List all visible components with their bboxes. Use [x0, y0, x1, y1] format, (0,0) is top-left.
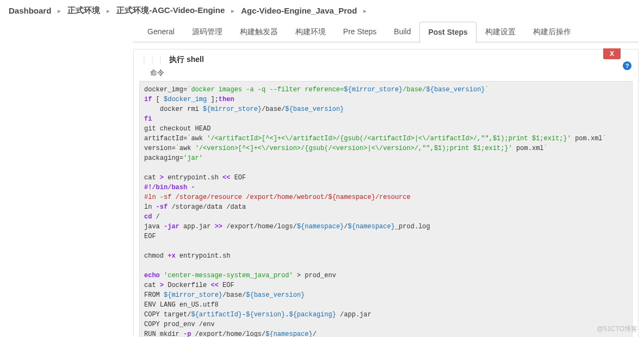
- shell-command-textarea[interactable]: docker_img=`docker images -a -q --filter…: [139, 81, 633, 337]
- tab-pre-steps[interactable]: Pre Steps: [335, 21, 385, 42]
- shell-step: X ? ⋮⋮⋮ 执行 shell 命令 docker_img=`docker i…: [133, 49, 639, 337]
- breadcrumb-item[interactable]: Dashboard: [9, 6, 51, 15]
- chevron-right-icon: ▸: [363, 7, 367, 15]
- chevron-right-icon: ▸: [58, 7, 61, 15]
- command-label: 命令: [134, 68, 638, 81]
- delete-step-button[interactable]: X: [603, 48, 621, 59]
- breadcrumb: Dashboard ▸ 正式环境 ▸ 正式环境-AGC-Video-Engine…: [0, 0, 644, 21]
- watermark: @51CTO博客: [597, 324, 637, 334]
- tab-post-build[interactable]: 构建后操作: [524, 21, 580, 42]
- breadcrumb-item[interactable]: 正式环境-AGC-Video-Engine: [116, 5, 225, 16]
- chevron-right-icon: ▸: [231, 7, 234, 15]
- breadcrumb-item[interactable]: Agc-Video-Engine_Java_Prod: [241, 6, 357, 15]
- tab-build[interactable]: Build: [385, 21, 419, 42]
- drag-handle-icon[interactable]: ⋮⋮⋮: [140, 55, 165, 64]
- tab-build-env[interactable]: 构建环境: [287, 21, 335, 42]
- chevron-right-icon: ▸: [107, 7, 110, 15]
- tab-post-steps[interactable]: Post Steps: [419, 22, 476, 43]
- tab-scm[interactable]: 源码管理: [183, 21, 231, 42]
- help-icon[interactable]: ?: [623, 61, 631, 70]
- tab-build-settings[interactable]: 构建设置: [476, 21, 524, 42]
- breadcrumb-item[interactable]: 正式环境: [67, 5, 100, 16]
- tab-triggers[interactable]: 构建触发器: [231, 21, 287, 42]
- config-tabs: General 源码管理 构建触发器 构建环境 Pre Steps Build …: [133, 21, 639, 42]
- step-title: 执行 shell: [169, 55, 204, 65]
- tab-general[interactable]: General: [139, 21, 183, 42]
